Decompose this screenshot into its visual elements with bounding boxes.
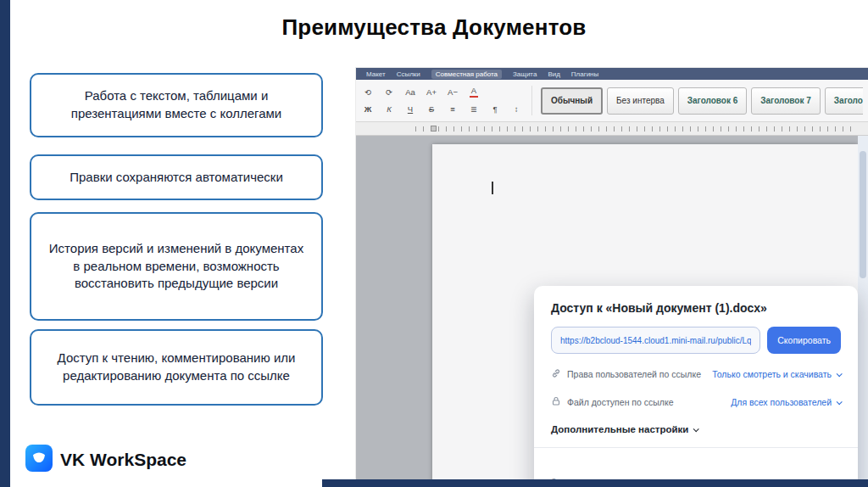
bullet-list-icon[interactable]: ≣	[467, 103, 481, 115]
paragraph-mark-icon[interactable]: ¶	[488, 103, 502, 115]
style-heading6-button[interactable]: Заголовок 6	[678, 87, 748, 115]
line-spacing-icon[interactable]: ↕	[509, 103, 523, 115]
document-area: Доступ к «Новый документ (1).docx» https…	[356, 136, 868, 479]
ruler[interactable]	[356, 122, 868, 136]
menu-tab-collaboration[interactable]: Совместная работа	[431, 70, 502, 79]
brand-name: VK WorkSpace	[60, 450, 186, 470]
ruler-ticks	[415, 126, 856, 132]
style-gallery: Обычный Без интерва Заголовок 6 Заголово…	[532, 87, 863, 115]
permission-row-left: Права пользователей по ссылке	[551, 367, 701, 382]
underline-icon[interactable]: Ч	[403, 103, 417, 115]
permission-row-rights: Права пользователей по ссылке Только смо…	[551, 367, 841, 382]
dialog-divider	[534, 447, 858, 448]
menu-tab-view[interactable]: Вид	[548, 70, 559, 78]
copy-link-button[interactable]: Скопировать	[767, 327, 841, 354]
vk-workspace-logo-icon	[25, 445, 53, 475]
page-title: Преимущества Документов	[0, 14, 868, 41]
benefit-text: История версий и изменений в документах …	[45, 240, 308, 293]
editor-toolbar: ⟲ ⟳ Aa A+ A− A Ж К Ч S ≡ ≣ ¶ ↕	[356, 80, 868, 122]
benefit-box-collaboration: Работа с текстом, таблицами и презентаци…	[30, 73, 323, 137]
lock-icon	[551, 395, 561, 410]
toolbar-row-2: Ж К Ч S ≡ ≣ ¶ ↕	[361, 103, 523, 115]
font-size-decrease-icon[interactable]: A−	[446, 86, 459, 98]
editor-menu-bar: Макет Ссылки Совместная работа Защита Ви…	[356, 68, 868, 80]
font-family-icon[interactable]: Aa	[403, 86, 417, 98]
left-accent-bar	[0, 0, 10, 487]
benefit-text: Правки сохраняются автоматически	[70, 169, 283, 187]
availability-value: Для всех пользователей	[731, 397, 832, 407]
chevron-down-icon	[837, 399, 843, 405]
permission-label: Права пользователей по ссылке	[567, 369, 701, 379]
share-dialog: Доступ к «Новый документ (1).docx» https…	[534, 286, 858, 479]
link-icon	[551, 367, 561, 382]
scrollbar[interactable]	[858, 136, 868, 479]
benefit-box-link-access: Доступ к чтению, комментированию или ред…	[30, 329, 323, 406]
permission-label: Файл доступен по ссылке	[567, 397, 674, 407]
bold-icon[interactable]: Ж	[361, 103, 375, 115]
redo-icon[interactable]: ⟳	[382, 86, 396, 98]
benefit-box-version-history: История версий и изменений в документах …	[30, 212, 323, 321]
align-left-icon[interactable]: ≡	[446, 103, 459, 115]
slide-canvas: Преимущества Документов Работа с текстом…	[0, 0, 868, 487]
bottom-accent-bar	[322, 479, 868, 487]
font-size-increase-icon[interactable]: A+	[425, 86, 438, 98]
brand-lockup: VK WorkSpace	[25, 445, 186, 475]
style-heading7-button[interactable]: Заголовок 7	[751, 87, 821, 115]
indent-marker[interactable]	[431, 126, 437, 132]
chevron-down-icon	[693, 426, 699, 432]
chevron-down-icon	[837, 371, 843, 377]
permission-value: Только смотреть и скачивать	[712, 369, 832, 379]
style-no-spacing-button[interactable]: Без интерва	[607, 87, 674, 115]
style-heading8-button[interactable]: Заголовок 8	[825, 87, 863, 115]
toolbar-row-1: ⟲ ⟳ Aa A+ A− A	[361, 86, 523, 98]
style-normal-button[interactable]: Обычный	[541, 87, 603, 115]
italic-icon[interactable]: К	[382, 103, 396, 115]
advanced-settings-toggle[interactable]: Дополнительные настройки	[551, 424, 841, 434]
undo-icon[interactable]: ⟲	[361, 86, 375, 98]
text-cursor	[492, 182, 493, 194]
advanced-settings-label: Дополнительные настройки	[551, 424, 688, 434]
toolbar-icon-group: ⟲ ⟳ Aa A+ A− A Ж К Ч S ≡ ≣ ¶ ↕	[361, 86, 532, 115]
share-link-row: https://b2bcloud-1544.cloud1.mini-mail.r…	[551, 327, 841, 354]
benefit-text: Работа с текстом, таблицами и презентаци…	[45, 87, 308, 122]
availability-dropdown[interactable]: Для всех пользователей	[731, 397, 841, 407]
menu-tab-protection[interactable]: Защита	[513, 70, 537, 78]
menu-tab-links[interactable]: Ссылки	[397, 70, 420, 78]
permission-row-availability: Файл доступен по ссылке Для всех пользов…	[551, 395, 841, 410]
strikethrough-icon[interactable]: S	[425, 103, 438, 115]
permission-dropdown[interactable]: Только смотреть и скачивать	[712, 369, 841, 379]
menu-tab-layout[interactable]: Макет	[366, 70, 386, 78]
share-dialog-title: Доступ к «Новый документ (1).docx»	[551, 301, 841, 315]
share-link-url: https://b2bcloud-1544.cloud1.mini-mail.r…	[560, 336, 751, 345]
benefit-text: Доступ к чтению, комментированию или ред…	[45, 350, 308, 384]
menu-tab-plugins[interactable]: Плагины	[571, 70, 598, 78]
editor-screenshot: Макет Ссылки Совместная работа Защита Ви…	[356, 68, 868, 479]
permission-row-left: Файл доступен по ссылке	[551, 395, 674, 410]
font-color-icon[interactable]: A	[467, 86, 481, 98]
benefit-box-autosave: Правки сохраняются автоматически	[30, 154, 323, 200]
scrollbar-thumb[interactable]	[860, 151, 866, 278]
share-link-field[interactable]: https://b2bcloud-1544.cloud1.mini-mail.r…	[551, 327, 760, 354]
